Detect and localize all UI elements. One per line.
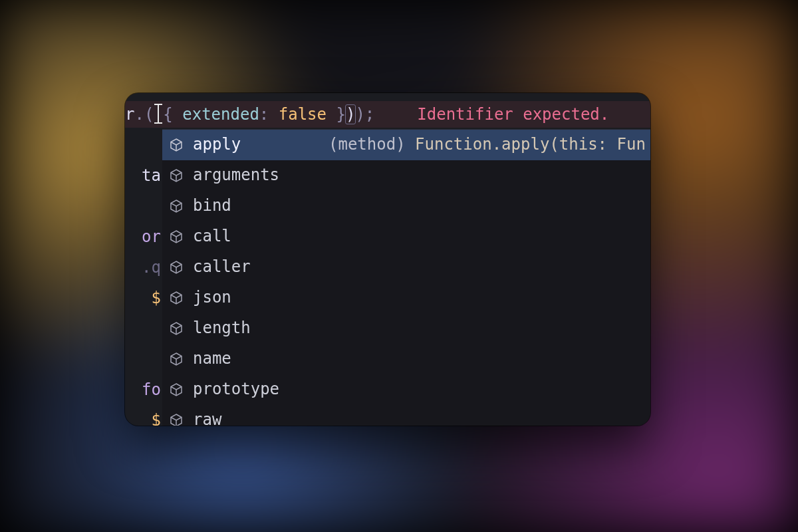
- method-icon: [168, 259, 185, 276]
- method-icon: [168, 350, 185, 368]
- text-cursor-icon: [154, 104, 163, 124]
- method-icon: [168, 136, 185, 154]
- autocomplete-item-detail: (method) Function.apply(this: Fun: [329, 132, 646, 157]
- code-token-dot: .: [134, 105, 144, 124]
- detail-kind: (method): [329, 135, 406, 154]
- autocomplete-item-json[interactable]: json: [162, 283, 650, 313]
- code-token-colon: :: [259, 105, 279, 124]
- method-icon: [168, 198, 185, 215]
- autocomplete-item-label: json: [193, 285, 231, 310]
- autocomplete-item-label: call: [193, 224, 231, 249]
- gutter-text: .q: [142, 255, 161, 280]
- code-token-close-paren: ): [355, 105, 364, 124]
- code-token-boolean: false: [279, 105, 327, 124]
- code-token-var: r: [125, 105, 134, 124]
- code-line[interactable]: r.({ extended: false }));Identifier expe…: [125, 93, 650, 128]
- gutter-text: $: [142, 408, 161, 426]
- autocomplete-item-caller[interactable]: caller: [162, 252, 650, 283]
- method-icon: [168, 167, 185, 184]
- method-icon: [168, 289, 185, 307]
- method-icon: [168, 320, 185, 337]
- autocomplete-item-label: caller: [193, 255, 251, 279]
- autocomplete-item-call[interactable]: call: [162, 221, 650, 252]
- gutter-text: fo: [142, 378, 161, 402]
- gutter-line: or: [125, 222, 165, 253]
- code-token-property-key: extended: [182, 105, 259, 124]
- autocomplete-item-label: bind: [193, 194, 231, 218]
- gutter-text: ta: [142, 164, 161, 188]
- detail-signature: Function.apply(this: Fun: [406, 135, 646, 154]
- autocomplete-item-length[interactable]: length: [162, 313, 650, 344]
- autocomplete-popup[interactable]: apply (method) Function.apply(this: Fun …: [162, 129, 650, 426]
- code-token-close-brace: }: [327, 105, 346, 124]
- autocomplete-item-prototype[interactable]: prototype: [162, 374, 650, 405]
- gutter-line: .q: [125, 253, 165, 283]
- gutter-line: $: [125, 406, 165, 426]
- gutter-line: [125, 130, 165, 161]
- gutter-line: [125, 344, 165, 375]
- autocomplete-item-label: raw: [193, 408, 221, 426]
- autocomplete-item-apply[interactable]: apply (method) Function.apply(this: Fun: [162, 130, 650, 160]
- code-token-semicolon: ;: [365, 105, 374, 124]
- autocomplete-item-label: length: [193, 316, 251, 340]
- gutter-line: [125, 192, 165, 222]
- gutter-line: fo: [125, 375, 165, 406]
- inline-error-message: Identifier expected.: [417, 105, 609, 124]
- code-gutter-fragments: ta or .q $ fo $: [125, 130, 165, 426]
- autocomplete-item-name[interactable]: name: [162, 344, 650, 374]
- gutter-line: ta: [125, 161, 165, 192]
- code-token-open-brace: {: [163, 105, 182, 124]
- autocomplete-item-label: apply: [193, 132, 241, 157]
- code-token-open-paren: (: [144, 105, 154, 124]
- autocomplete-item-label: prototype: [193, 377, 279, 402]
- autocomplete-item-raw[interactable]: raw: [162, 405, 650, 426]
- editor-panel: r.({ extended: false }));Identifier expe…: [125, 93, 650, 426]
- autocomplete-item-bind[interactable]: bind: [162, 191, 650, 221]
- method-icon: [168, 381, 185, 398]
- autocomplete-item-label: name: [193, 346, 231, 371]
- gutter-text: or: [142, 225, 161, 249]
- gutter-line: $: [125, 283, 165, 314]
- autocomplete-item-label: arguments: [193, 163, 279, 188]
- method-icon: [168, 412, 185, 426]
- gutter-line: [125, 314, 165, 344]
- method-icon: [168, 228, 185, 245]
- gutter-text: $: [142, 286, 161, 311]
- code-token-matched-paren: ): [346, 105, 355, 124]
- autocomplete-item-arguments[interactable]: arguments: [162, 160, 650, 191]
